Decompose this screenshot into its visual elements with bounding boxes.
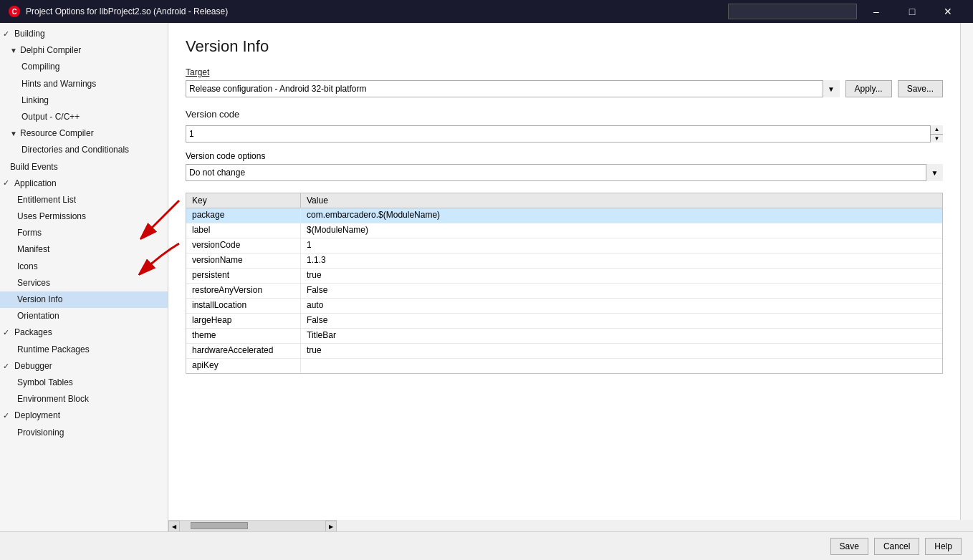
table-cell-key: theme [186, 329, 301, 343]
window-title: Project Options for libProject2.so (Andr… [26, 6, 228, 16]
table-cell-key: apiKey [186, 359, 301, 373]
table-cell-value: False [301, 314, 942, 328]
sidebar-item-uses-permissions[interactable]: Uses Permissions [0, 208, 168, 225]
table-cell-value: auto [301, 299, 942, 313]
sidebar-item-linking[interactable]: Linking [0, 92, 168, 109]
sidebar-item-symbol-tables[interactable]: Symbol Tables [0, 375, 168, 391]
app-icon: C [9, 6, 20, 17]
table-cell-value [301, 359, 942, 373]
table-row[interactable]: themeTitleBar [186, 329, 942, 344]
table-row[interactable]: restoreAnyVersionFalse [186, 284, 942, 299]
sidebar: ✓ Building ▼ Delphi Compiler Compiling H… [0, 23, 168, 531]
version-code-options-label: Version code options [186, 151, 943, 161]
sidebar-item-compiling[interactable]: Compiling [0, 59, 168, 75]
bottom-bar: Save Cancel Help [0, 531, 973, 560]
table-row[interactable]: largeHeapFalse [186, 314, 942, 329]
table-cell-value: com.embarcadero.$(ModuleName) [301, 208, 942, 223]
spin-buttons: ▲ ▼ [930, 125, 943, 143]
sidebar-item-version-info[interactable]: Version Info [0, 291, 168, 308]
sidebar-item-building[interactable]: ✓ Building [0, 26, 168, 42]
table-cell-value: 1 [301, 238, 942, 253]
maximize-button[interactable]: □ [896, 0, 929, 23]
version-info-table: Key Value packagecom.embarcadero.$(Modul… [186, 193, 943, 374]
sidebar-item-icons[interactable]: Icons [0, 259, 168, 275]
sidebar-item-hints-warnings[interactable]: Hints and Warnings [0, 76, 168, 92]
table-row[interactable]: hardwareAcceleratedtrue [186, 344, 942, 359]
save-button[interactable]: Save [830, 538, 868, 555]
expand-icon: ▼ [10, 45, 19, 57]
table-row[interactable]: persistenttrue [186, 269, 942, 284]
table-cell-value: 1.1.3 [301, 254, 942, 268]
close-button[interactable]: ✕ [931, 0, 964, 23]
table-cell-key: package [186, 208, 301, 223]
target-select[interactable]: Release configuration - Android 32-bit p… [186, 80, 840, 97]
title-bar: C Project Options for libProject2.so (An… [0, 0, 973, 23]
table-cell-key: restoreAnyVersion [186, 284, 301, 298]
sidebar-item-entitlement[interactable]: Entitlement List [0, 192, 168, 208]
help-button[interactable]: Help [925, 538, 962, 555]
sidebar-item-manifest[interactable]: Manifest [0, 241, 168, 258]
table-cell-value: $(ModuleName) [301, 223, 942, 238]
check-icon-dep: ✓ [3, 410, 13, 423]
sidebar-item-debugger[interactable]: ✓ Debugger [0, 358, 168, 375]
version-code-options-wrap: Do not changeAuto-increment ▼ [186, 164, 943, 181]
scroll-left-button[interactable]: ◀ [168, 521, 180, 531]
table-row[interactable]: packagecom.embarcadero.$(ModuleName) [186, 208, 942, 223]
version-code-input-wrap: ▲ ▼ [186, 125, 943, 143]
table-row[interactable]: apiKey [186, 359, 942, 373]
spin-down-button[interactable]: ▼ [931, 135, 943, 143]
table-cell-key: persistent [186, 269, 301, 283]
check-icon-pkg: ✓ [3, 327, 13, 339]
check-icon: ✓ [3, 28, 13, 41]
sidebar-item-application[interactable]: ✓ Application [0, 175, 168, 192]
sidebar-item-services[interactable]: Services [0, 275, 168, 291]
sidebar-item-resource-compiler[interactable]: ▼ Resource Compiler [0, 125, 168, 142]
check-icon-dbg: ✓ [3, 360, 13, 373]
version-code-options-select[interactable]: Do not changeAuto-increment [186, 164, 943, 181]
sidebar-item-orientation[interactable]: Orientation [0, 308, 168, 324]
expand-icon-rc: ▼ [10, 128, 19, 140]
sidebar-item-environment-block[interactable]: Environment Block [0, 391, 168, 407]
sidebar-item-runtime-packages[interactable]: Runtime Packages [0, 342, 168, 358]
minimize-button[interactable]: – [860, 0, 893, 23]
sidebar-item-packages[interactable]: ✓ Packages [0, 324, 168, 341]
sidebar-item-deployment[interactable]: ✓ Deployment [0, 407, 168, 424]
sidebar-item-directories[interactable]: Directories and Conditionals [0, 142, 168, 158]
scroll-right-button[interactable]: ▶ [325, 521, 337, 531]
target-row: Release configuration - Android 32-bit p… [186, 80, 943, 97]
sidebar-scrollbar[interactable]: ◀ ▶ [168, 520, 337, 531]
apply-button[interactable]: Apply... [845, 80, 892, 97]
table-cell-key: installLocation [186, 299, 301, 313]
table-row[interactable]: versionName1.1.3 [186, 254, 942, 269]
scrollbar-thumb[interactable] [191, 522, 248, 529]
check-icon-app: ✓ [3, 177, 13, 190]
version-code-title: Version code [186, 109, 943, 120]
scrollbar-track [180, 521, 325, 531]
table-cell-value: TitleBar [301, 329, 942, 343]
save-dots-button[interactable]: Save... [898, 80, 943, 97]
version-code-input[interactable] [186, 125, 943, 143]
table-row[interactable]: installLocationauto [186, 299, 942, 314]
col-header-key: Key [186, 193, 301, 208]
title-search-input[interactable] [728, 4, 857, 19]
sidebar-item-delphi-compiler[interactable]: ▼ Delphi Compiler [0, 42, 168, 59]
page-title: Version Info [186, 37, 943, 56]
table-cell-key: versionName [186, 254, 301, 268]
sidebar-item-forms[interactable]: Forms [0, 225, 168, 241]
table-cell-key: hardwareAccelerated [186, 344, 301, 358]
sidebar-item-provisioning[interactable]: Provisioning [0, 425, 168, 441]
table-cell-key: label [186, 223, 301, 238]
table-row[interactable]: label$(ModuleName) [186, 223, 942, 238]
table-cell-value: true [301, 344, 942, 358]
content-area: Version Info Target Release configuratio… [168, 23, 960, 520]
table-cell-value: true [301, 269, 942, 283]
sidebar-item-build-events[interactable]: Build Events [0, 159, 168, 175]
table-cell-key: versionCode [186, 238, 301, 253]
cancel-button[interactable]: Cancel [874, 538, 919, 555]
target-select-wrap: Release configuration - Android 32-bit p… [186, 80, 840, 97]
sidebar-item-output-cpp[interactable]: Output - C/C++ [0, 109, 168, 125]
right-panel [960, 23, 973, 520]
table-cell-value: False [301, 284, 942, 298]
table-row[interactable]: versionCode1 [186, 238, 942, 254]
spin-up-button[interactable]: ▲ [931, 125, 943, 135]
